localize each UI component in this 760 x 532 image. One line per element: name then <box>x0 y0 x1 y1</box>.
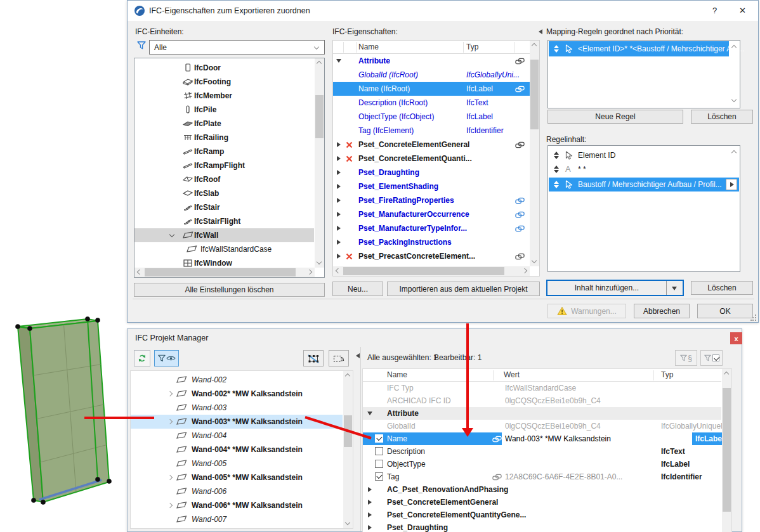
add-content-dropdown-arrow[interactable] <box>667 281 683 295</box>
entity-row-ifcmember[interactable]: IfcMember <box>134 89 314 103</box>
entity-row-ifcslab[interactable]: IfcSlab <box>134 186 314 200</box>
tree-row-wand[interactable]: Wand-004 <box>131 429 343 443</box>
property-row-attribute-group[interactable]: Attribute <box>333 54 530 68</box>
entity-row-ifcstair[interactable]: IfcStair <box>134 200 314 214</box>
entity-row-ifcramp[interactable]: IfcRamp <box>134 145 314 159</box>
scroll-up-icon[interactable] <box>345 373 350 379</box>
tree-row-wand[interactable]: Wand-003 <box>131 401 343 415</box>
reorder-icon[interactable] <box>554 181 559 188</box>
properties-hscrollbar[interactable] <box>333 266 530 276</box>
scroll-thumb[interactable] <box>530 60 539 129</box>
refresh-button[interactable] <box>134 350 150 367</box>
reorder-icon[interactable] <box>554 45 559 53</box>
entity-row-ifcrampflight[interactable]: IfcRampFlight <box>134 159 314 172</box>
properties-vscrollbar[interactable] <box>530 41 539 266</box>
table-row-attribute-group[interactable]: Attribute <box>363 407 721 420</box>
filter-by-rule-button[interactable]: § <box>675 350 697 366</box>
tree-row-wand[interactable]: Wand-002* *MW Kalksandstein <box>131 387 343 401</box>
table-row-ifc-typ[interactable]: IFC Typ IfcWallStandardCase <box>363 382 731 394</box>
help-button[interactable]: ? <box>712 6 717 15</box>
rule-part-row[interactable]: Element ID <box>549 148 728 162</box>
expander-chevron-icon[interactable] <box>167 475 173 480</box>
scroll-thumb[interactable] <box>343 267 504 275</box>
property-row-name-selected[interactable]: Name (IfcRoot) IfcLabel <box>333 82 530 96</box>
value-edit-cell[interactable]: Wand-003* *MW Kalksandstein <box>502 432 692 445</box>
tree-row-wand[interactable]: Wand-007 <box>131 512 343 526</box>
table-row-pset[interactable]: Pset_ConcreteElementQuantityGene... <box>363 509 731 521</box>
property-row-pset[interactable]: Pset_ManufacturerTypeInfor... <box>333 221 530 235</box>
scroll-up-icon[interactable] <box>724 372 729 377</box>
mapping-rule-row-selected[interactable]: <Element ID>* *<Baustoff / Mehrschichtig… <box>549 41 729 56</box>
column-header-wert[interactable]: Wert <box>504 370 520 379</box>
scroll-up-icon[interactable] <box>532 43 537 48</box>
filter-view-button[interactable] <box>154 350 179 367</box>
property-row-pset[interactable]: Pset_FireRatingProperties <box>333 193 530 207</box>
clear-all-settings-button[interactable]: Alle Einstellungen löschen <box>134 283 325 297</box>
new-selection-button[interactable] <box>329 350 349 367</box>
column-header-typ[interactable]: Typ <box>661 370 673 379</box>
tree-vscrollbar[interactable] <box>343 371 353 528</box>
resize-grip[interactable] <box>750 315 757 321</box>
scroll-right-icon[interactable] <box>522 268 527 273</box>
table-vscrollbar[interactable] <box>722 369 731 532</box>
column-header-name[interactable]: Name <box>358 42 379 51</box>
warnings-button[interactable]: Warnungen... <box>547 304 626 318</box>
table-row-archicad-ifc-id[interactable]: ARCHICAD IFC ID 0lgCQSQczEBei1e0b9h_C4 <box>363 394 731 407</box>
export-checkbox[interactable] <box>375 460 383 468</box>
tree-row-wand[interactable]: Wand-004* *MW Kalksandstein <box>131 443 343 457</box>
scroll-down-icon[interactable] <box>731 97 737 102</box>
tree-row-wand[interactable]: Wand-006* *MW Kalksandstein <box>131 498 343 512</box>
import-from-project-button[interactable]: Importieren aus dem aktuellen Projekt <box>387 282 540 296</box>
entity-row-ifcpile[interactable]: IfcPile <box>134 103 314 117</box>
add-content-button-label[interactable]: Inhalt hinzufügen... <box>547 281 666 295</box>
reorder-icon[interactable] <box>554 152 559 159</box>
export-checkbox[interactable] <box>375 434 383 443</box>
new-property-button[interactable]: Neu... <box>332 282 383 296</box>
export-checkbox[interactable] <box>375 447 383 455</box>
entity-row-ifcwallstandardcase[interactable]: IfcWallStandardCase <box>134 242 314 256</box>
table-row-description[interactable]: Description IfcText <box>363 445 731 458</box>
scroll-thumb[interactable] <box>723 388 731 512</box>
table-row-globalid[interactable]: GlobalId 0lgCQSQczEBei1e0b9h_C4 IfcGloba… <box>363 420 731 432</box>
scroll-down-icon[interactable] <box>345 520 350 525</box>
tree-row-wand[interactable]: Wand-006 <box>131 484 343 498</box>
property-row-objecttype[interactable]: ObjectType (IfcObject) IfcLabel <box>333 110 530 124</box>
table-row-pset[interactable]: AC_Pset_RenovationAndPhasing <box>363 483 731 496</box>
entity-row-ifcroof[interactable]: IfcRoof <box>134 172 314 186</box>
table-row-pset[interactable]: Pset_ConcreteElementGeneral <box>363 496 731 509</box>
property-row-tag[interactable]: Tag (IfcElement) IfcIdentifier <box>333 124 530 138</box>
scroll-left-icon[interactable] <box>137 269 142 275</box>
tree-row-wand-selected[interactable]: Wand-003* *MW Kalksandstein <box>131 415 343 429</box>
expander-chevron-icon[interactable] <box>167 419 173 424</box>
close-button[interactable]: ✕ <box>739 6 746 15</box>
property-row-pset[interactable]: Pset_PackingInstructions <box>333 235 530 249</box>
property-row-description[interactable]: Description (IfcRoot) IfcText <box>333 96 530 110</box>
scroll-thumb[interactable] <box>315 95 324 138</box>
entity-list-hscrollbar[interactable] <box>134 268 315 277</box>
scroll-up-icon[interactable] <box>317 61 322 66</box>
entity-row-ifcplate[interactable]: IfcPlate <box>134 117 314 131</box>
tree-row-wand[interactable]: Wand-005 <box>131 457 343 470</box>
scroll-left-icon[interactable] <box>336 268 341 273</box>
entity-row-ifcdoor[interactable]: IfcDoor <box>134 61 314 75</box>
add-content-split-button[interactable]: Inhalt hinzufügen... <box>546 280 684 296</box>
entity-list-vscrollbar[interactable] <box>315 58 324 268</box>
expander-chevron-icon[interactable] <box>169 232 174 237</box>
entity-filter-dropdown[interactable]: Alle <box>149 40 325 55</box>
property-row-pset[interactable]: Pset_Draughting <box>333 165 530 179</box>
table-row-pset[interactable]: Pset_Draughting <box>363 521 731 532</box>
entity-row-ifcrailing[interactable]: IfcRailing <box>134 131 314 145</box>
expand-rule-part-button[interactable] <box>726 179 737 190</box>
reorder-icon[interactable] <box>554 165 559 173</box>
property-row-pset[interactable]: Pset_ConcreteElementQuanti... <box>333 152 530 165</box>
scroll-down-icon[interactable] <box>532 258 537 263</box>
property-row-globalid[interactable]: GlobalId (IfcRoot) IfcGloballyUni... <box>333 68 530 82</box>
table-row-tag[interactable]: Tag 12A8C69C-6A6F-4E2E-8B01-A0... IfcIde… <box>363 470 731 483</box>
rule-part-row-selected[interactable]: Baustoff / Mehrschichtiger Aufbau / Prof… <box>549 178 739 191</box>
entity-row-ifcstairflight[interactable]: IfcStairFlight <box>134 214 314 228</box>
collapse-panel-icon[interactable] <box>539 29 542 34</box>
filter-checked-button[interactable] <box>700 350 723 366</box>
scroll-down-icon[interactable] <box>317 259 322 264</box>
new-rule-button[interactable]: Neue Regel <box>547 110 683 124</box>
scroll-thumb[interactable] <box>344 415 352 447</box>
